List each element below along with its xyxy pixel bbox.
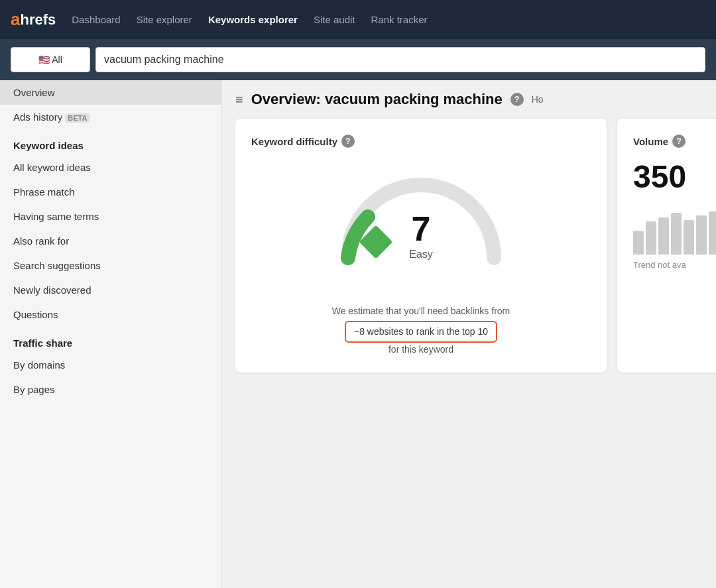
page-header: ≡ Overview: vacuum packing machine ? Ho [222,80,716,119]
content-area: ≡ Overview: vacuum packing machine ? Ho … [222,80,716,588]
kd-card-label: Keyword difficulty ? [251,135,591,148]
hamburger-icon[interactable]: ≡ [235,92,243,107]
top-navigation: ahrefs Dashboard Site explorer Keywords … [0,0,716,39]
sidebar-item-also-rank-for[interactable]: Also rank for [0,229,221,253]
gauge-container: 7 Easy [328,158,514,291]
sidebar-item-newly-discovered[interactable]: Newly discovered [0,278,221,302]
search-country-selector[interactable]: 🇺🇸 All [11,47,90,72]
chart-bar [633,231,644,255]
logo[interactable]: ahrefs [11,9,56,30]
chart-bar [646,221,656,255]
ads-history-badge: BETA [65,113,90,123]
sidebar-item-questions[interactable]: Questions [0,302,221,327]
kd-label-text: Keyword difficulty [251,136,337,147]
page-help-icon[interactable]: ? [510,93,524,106]
main-layout: Overview Ads historyBETA Keyword ideas A… [0,80,716,588]
sidebar-item-ads-history[interactable]: Ads historyBETA [0,105,221,129]
logo-a: a [11,9,20,30]
kd-help-icon[interactable]: ? [341,135,355,148]
sidebar-item-all-keyword-ideas[interactable]: All keyword ideas [0,155,221,180]
gauge-center: 7 Easy [409,211,433,261]
gauge-rating: Easy [409,249,433,261]
nav-keywords-explorer[interactable]: Keywords explorer [208,14,298,25]
cards-row: Keyword difficulty ? 7 Easy [222,119,716,386]
sidebar-item-by-domains[interactable]: By domains [0,353,221,377]
volume-number: 350 [633,158,716,195]
estimate-highlight: ~8 websites to rank in the top 10 [345,321,497,343]
sidebar: Overview Ads historyBETA Keyword ideas A… [0,80,222,588]
chart-bar [658,217,669,255]
nav-dashboard[interactable]: Dashboard [72,14,120,25]
mini-chart [633,208,716,255]
volume-help-icon[interactable]: ? [672,135,686,148]
how-text: Ho [532,94,544,105]
nav-site-explorer[interactable]: Site explorer [137,14,192,25]
estimate-top: We estimate that you'll need backlinks f… [251,304,591,318]
nav-rank-tracker[interactable]: Rank tracker [371,14,427,25]
keyword-difficulty-card: Keyword difficulty ? 7 Easy [235,119,607,373]
keyword-ideas-header: Keyword ideas [0,129,221,155]
volume-card: Volume ? 350 Trend not ava [617,119,716,373]
sidebar-item-phrase-match[interactable]: Phrase match [0,180,221,204]
estimate-highlight-text: ~8 websites to rank in the top 10 [354,326,488,337]
volume-label-text: Volume [633,136,668,147]
estimate-text: We estimate that you'll need backlinks f… [251,304,591,357]
search-input[interactable]: vacuum packing machine [95,47,705,72]
estimate-bottom: for this keyword [251,343,591,357]
traffic-share-header: Traffic share [0,327,221,353]
nav-site-audit[interactable]: Site audit [314,14,355,25]
ads-history-label: Ads history [13,111,62,123]
sidebar-item-by-pages[interactable]: By pages [0,377,221,402]
chart-bar [684,220,694,255]
page-title: Overview: vacuum packing machine [251,91,503,108]
trend-label: Trend not ava [633,260,716,270]
sidebar-item-having-same-terms[interactable]: Having same terms [0,204,221,229]
chart-bar [671,213,682,255]
gauge-score: 7 [409,211,433,246]
volume-card-label: Volume ? [633,135,716,148]
chart-bar [709,211,716,255]
logo-rest: hrefs [20,11,56,29]
chart-bar [696,215,707,255]
sidebar-item-overview[interactable]: Overview [0,80,221,105]
sidebar-item-search-suggestions[interactable]: Search suggestions [0,253,221,278]
search-row: 🇺🇸 All vacuum packing machine [0,39,716,80]
